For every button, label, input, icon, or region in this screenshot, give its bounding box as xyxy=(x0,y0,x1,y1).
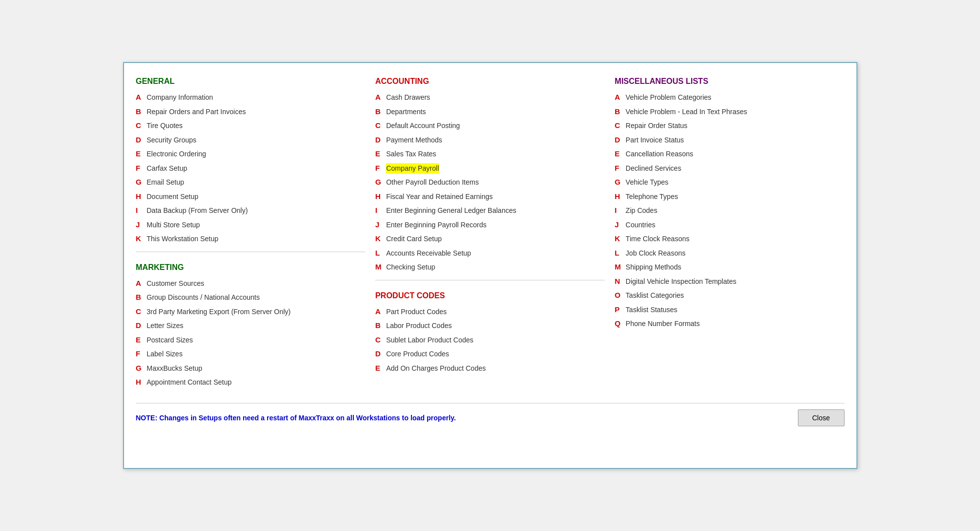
setup-dialog: GENERAL ACompany InformationBRepair Orde… xyxy=(123,62,857,469)
item-label: Departments xyxy=(386,107,426,117)
misc-items-list: AVehicle Problem CategoriesBVehicle Prob… xyxy=(615,92,845,330)
item-letter: J xyxy=(136,219,147,231)
menu-item[interactable]: GOther Payroll Deduction Items xyxy=(375,177,605,188)
item-letter: D xyxy=(136,134,147,146)
menu-item[interactable]: DCore Product Codes xyxy=(375,348,605,360)
menu-item[interactable]: OTasklist Categories xyxy=(615,290,845,301)
menu-item[interactable]: FDeclined Services xyxy=(615,163,845,174)
menu-item[interactable]: FCarfax Setup xyxy=(136,163,366,174)
menu-item[interactable]: MChecking Setup xyxy=(375,262,605,273)
menu-item[interactable]: ACash Drawers xyxy=(375,92,605,103)
menu-item[interactable]: MShipping Methods xyxy=(615,262,845,273)
item-letter: B xyxy=(136,292,147,303)
menu-item[interactable]: FCompany Payroll xyxy=(375,163,605,174)
menu-item[interactable]: DPart Invoice Status xyxy=(615,134,845,146)
menu-item[interactable]: GVehicle Types xyxy=(615,177,845,188)
menu-item[interactable]: AVehicle Problem Categories xyxy=(615,92,845,103)
item-label: Shipping Methods xyxy=(626,262,681,272)
menu-item[interactable]: NDigital Vehicle Inspection Templates xyxy=(615,276,845,287)
item-label: 3rd Party Marketing Export (From Server … xyxy=(147,307,291,317)
section-title-general: GENERAL xyxy=(136,77,366,86)
item-letter: C xyxy=(375,120,386,132)
menu-item[interactable]: JMulti Store Setup xyxy=(136,219,366,231)
menu-item[interactable]: PTasklist Statuses xyxy=(615,304,845,316)
item-letter: F xyxy=(136,348,147,360)
general-items-list: ACompany InformationBRepair Orders and P… xyxy=(136,92,366,245)
menu-item[interactable]: ESales Tax Rates xyxy=(375,148,605,160)
menu-item[interactable]: GEmail Setup xyxy=(136,177,366,188)
item-label: Payment Methods xyxy=(386,135,442,145)
menu-item[interactable]: CTire Quotes xyxy=(136,120,366,132)
menu-item[interactable]: ACompany Information xyxy=(136,92,366,103)
item-letter: I xyxy=(136,205,147,216)
item-label: Data Backup (From Server Only) xyxy=(147,205,248,216)
close-button[interactable]: Close xyxy=(798,409,845,426)
item-letter: L xyxy=(615,248,626,259)
menu-item[interactable]: CRepair Order Status xyxy=(615,120,845,132)
menu-item[interactable]: IData Backup (From Server Only) xyxy=(136,205,366,216)
menu-item[interactable]: ECancellation Reasons xyxy=(615,148,845,160)
item-label: Repair Order Status xyxy=(626,121,688,131)
menu-item[interactable]: JCountries xyxy=(615,219,845,231)
menu-item[interactable]: BGroup Discounts / National Accounts xyxy=(136,292,366,303)
menu-item[interactable]: LJob Clock Reasons xyxy=(615,248,845,259)
item-letter: H xyxy=(375,191,386,202)
menu-item[interactable]: DPayment Methods xyxy=(375,134,605,146)
menu-item[interactable]: CSublet Labor Product Codes xyxy=(375,334,605,346)
item-letter: B xyxy=(615,106,626,118)
menu-item[interactable]: APart Product Codes xyxy=(375,306,605,318)
menu-item[interactable]: BRepair Orders and Part Invoices xyxy=(136,106,366,118)
menu-item[interactable]: GMaxxBucks Setup xyxy=(136,363,366,374)
item-letter: Q xyxy=(615,318,626,330)
menu-item[interactable]: IEnter Beginning General Ledger Balances xyxy=(375,205,605,216)
menu-item[interactable]: FLabel Sizes xyxy=(136,348,366,360)
item-label: Add On Charges Product Codes xyxy=(386,363,486,374)
item-letter: K xyxy=(615,233,626,245)
section-title-accounting: ACCOUNTING xyxy=(375,77,605,86)
item-label: Tire Quotes xyxy=(147,121,183,131)
item-label: Sublet Labor Product Codes xyxy=(386,335,473,345)
menu-item[interactable]: KThis Workstation Setup xyxy=(136,233,366,245)
item-label: Vehicle Problem Categories xyxy=(626,92,712,103)
menu-item[interactable]: HAppointment Contact Setup xyxy=(136,377,366,388)
menu-item[interactable]: DSecurity Groups xyxy=(136,134,366,146)
item-label: Enter Beginning Payroll Records xyxy=(386,220,486,230)
menu-item[interactable]: IZip Codes xyxy=(615,205,845,216)
item-label: Zip Codes xyxy=(626,205,657,216)
item-label: Repair Orders and Part Invoices xyxy=(147,107,246,117)
menu-item[interactable]: EAdd On Charges Product Codes xyxy=(375,363,605,374)
item-letter: G xyxy=(136,177,147,188)
menu-item[interactable]: EElectronic Ordering xyxy=(136,148,366,160)
item-label: Part Product Codes xyxy=(386,307,447,317)
item-label: Postcard Sizes xyxy=(147,335,193,345)
item-label: Telephone Types xyxy=(626,192,678,202)
menu-item[interactable]: HFiscal Year and Retained Earnings xyxy=(375,191,605,202)
item-label: Other Payroll Deduction Items xyxy=(386,177,479,188)
menu-item[interactable]: ACustomer Sources xyxy=(136,278,366,289)
item-letter: C xyxy=(375,334,386,346)
item-label: Email Setup xyxy=(147,177,184,188)
menu-item[interactable]: KTime Clock Reasons xyxy=(615,233,845,245)
menu-item[interactable]: BDepartments xyxy=(375,106,605,118)
menu-item[interactable]: EPostcard Sizes xyxy=(136,334,366,346)
item-label: Credit Card Setup xyxy=(386,234,442,244)
item-letter: D xyxy=(615,134,626,146)
item-label: Enter Beginning General Ledger Balances xyxy=(386,205,516,216)
menu-item[interactable]: BVehicle Problem - Lead In Text Phrases xyxy=(615,106,845,118)
menu-item[interactable]: HTelephone Types xyxy=(615,191,845,202)
menu-item[interactable]: HDocument Setup xyxy=(136,191,366,202)
menu-item[interactable]: QPhone Number Formats xyxy=(615,318,845,330)
item-label: Label Sizes xyxy=(147,349,183,359)
menu-item[interactable]: BLabor Product Codes xyxy=(375,320,605,332)
menu-item[interactable]: KCredit Card Setup xyxy=(375,233,605,245)
item-label: Carfax Setup xyxy=(147,163,188,174)
menu-item[interactable]: CDefault Account Posting xyxy=(375,120,605,132)
menu-item[interactable]: DLetter Sizes xyxy=(136,320,366,332)
menu-item[interactable]: JEnter Beginning Payroll Records xyxy=(375,219,605,231)
item-letter: K xyxy=(136,233,147,245)
item-letter: N xyxy=(615,276,626,287)
menu-item[interactable]: LAccounts Receivable Setup xyxy=(375,248,605,259)
footer-note: NOTE: Changes in Setups often need a res… xyxy=(136,414,456,422)
menu-item[interactable]: C3rd Party Marketing Export (From Server… xyxy=(136,306,366,318)
section-title-marketing: MARKETING xyxy=(136,263,366,272)
